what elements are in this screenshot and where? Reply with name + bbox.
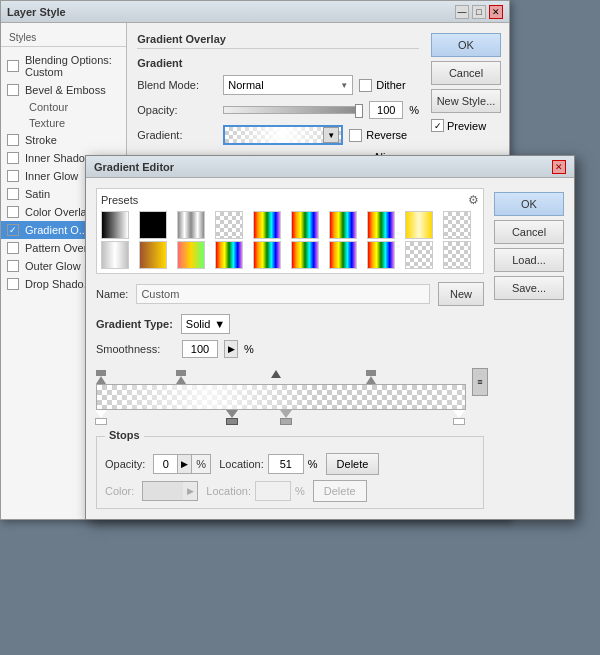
color-delete-button: Delete — [313, 480, 367, 502]
opacity-unit: % — [409, 104, 419, 116]
pattern-overlay-checkbox[interactable] — [7, 242, 19, 254]
preset-item[interactable] — [291, 241, 319, 269]
sidebar-item-contour[interactable]: Contour — [1, 99, 126, 115]
color-swatch-group: ▶ — [142, 481, 198, 501]
reverse-checkbox[interactable] — [349, 129, 362, 142]
new-style-button[interactable]: New Style... — [431, 89, 501, 113]
opacity-stop-row: Opacity: ▶ % Location: % Delete — [105, 453, 475, 475]
sidebar-item-texture[interactable]: Texture — [1, 115, 126, 131]
gradient-type-select[interactable]: Solid ▼ — [181, 314, 230, 334]
blend-mode-select[interactable]: Normal ▼ — [223, 75, 353, 95]
smoothness-stepper[interactable]: ▶ — [224, 340, 238, 358]
opacity-slider[interactable] — [223, 106, 363, 114]
bevel-checkbox[interactable] — [7, 84, 19, 96]
preset-item[interactable] — [139, 241, 167, 269]
gradient-editor-close-button[interactable]: ✕ — [552, 160, 566, 174]
preset-item[interactable] — [101, 241, 129, 269]
reverse-label: Reverse — [366, 129, 407, 141]
cancel-button[interactable]: Cancel — [431, 61, 501, 85]
preset-item[interactable] — [443, 211, 471, 239]
satin-checkbox[interactable] — [7, 188, 19, 200]
color-stop-3[interactable] — [280, 410, 292, 426]
preset-item[interactable] — [215, 211, 243, 239]
gradient-subsection: Gradient — [137, 57, 419, 69]
minimize-button[interactable]: — — [455, 5, 469, 19]
stroke-checkbox[interactable] — [7, 134, 19, 146]
new-gradient-button[interactable]: New — [438, 282, 484, 306]
opacity-stop-2[interactable] — [176, 370, 186, 384]
gradient-editor-load-button[interactable]: Load... — [494, 248, 564, 272]
preset-item[interactable] — [139, 211, 167, 239]
color-overlay-checkbox[interactable] — [7, 206, 19, 218]
color-swatch — [143, 482, 183, 500]
preset-item[interactable] — [177, 211, 205, 239]
outer-glow-checkbox[interactable] — [7, 260, 19, 272]
gradient-preview[interactable]: ▼ — [223, 125, 343, 145]
preset-item[interactable] — [443, 241, 471, 269]
color-stops — [96, 410, 484, 428]
sidebar-item-bevel-emboss[interactable]: Bevel & Emboss — [1, 81, 126, 99]
gradient-editor-right-buttons: OK Cancel Load... Save... — [494, 188, 564, 509]
blending-checkbox[interactable] — [7, 60, 19, 72]
preset-item[interactable] — [253, 241, 281, 269]
presets-label: Presets — [101, 194, 138, 206]
preset-item[interactable] — [291, 211, 319, 239]
presets-gear-icon[interactable]: ⚙ — [468, 193, 479, 207]
layer-style-title: Layer Style — [7, 6, 66, 18]
opacity-stop-input-group: ▶ % — [153, 454, 211, 474]
preset-item[interactable] — [177, 241, 205, 269]
gradient-editor-ok-button[interactable]: OK — [494, 192, 564, 216]
stop-opacity-label: Opacity: — [105, 458, 145, 470]
preset-item[interactable] — [367, 211, 395, 239]
opacity-thumb[interactable] — [355, 104, 363, 118]
maximize-button[interactable]: □ — [472, 5, 486, 19]
preset-item[interactable] — [405, 241, 433, 269]
preset-item[interactable] — [101, 211, 129, 239]
drop-shadow-checkbox[interactable] — [7, 278, 19, 290]
name-input[interactable] — [136, 284, 430, 304]
smoothness-input[interactable] — [182, 340, 218, 358]
inner-glow-checkbox[interactable] — [7, 170, 19, 182]
opacity-label: Opacity: — [137, 104, 217, 116]
opacity-input[interactable] — [369, 101, 403, 119]
opacity-stop-3[interactable] — [271, 370, 281, 384]
sidebar-label-inner-shadow: Inner Shadow — [25, 152, 93, 164]
gradient-editor-cancel-button[interactable]: Cancel — [494, 220, 564, 244]
sidebar-label-outer-glow: Outer Glow — [25, 260, 81, 272]
opacity-stop-value[interactable] — [154, 455, 178, 473]
dither-checkbox[interactable] — [359, 79, 372, 92]
preset-item[interactable] — [367, 241, 395, 269]
presets-grid — [101, 211, 479, 269]
sidebar-item-stroke[interactable]: Stroke — [1, 131, 126, 149]
gradient-editor-save-button[interactable]: Save... — [494, 276, 564, 300]
opacity-delete-button[interactable]: Delete — [326, 453, 380, 475]
opacity-location-value[interactable] — [268, 454, 304, 474]
color-location-group: Location: % — [206, 481, 304, 501]
gradient-label: Gradient: — [137, 129, 217, 141]
color-stop-1[interactable] — [95, 410, 107, 426]
sidebar-item-blending-options[interactable]: Blending Options: Custom — [1, 51, 126, 81]
color-stop-4[interactable] — [453, 410, 465, 426]
preview-checkbox[interactable]: ✓ — [431, 119, 444, 132]
close-button[interactable]: ✕ — [489, 5, 503, 19]
opacity-stop-1[interactable] — [96, 370, 106, 384]
gradient-overlay-checkbox[interactable]: ✓ — [7, 224, 19, 236]
ok-button[interactable]: OK — [431, 33, 501, 57]
gradient-editor-title: Gradient Editor — [94, 161, 174, 173]
sidebar-label-color-overlay: Color Overlay — [25, 206, 92, 218]
preset-item[interactable] — [329, 211, 357, 239]
section-title: Gradient Overlay — [137, 33, 419, 49]
gradient-bar[interactable] — [96, 384, 466, 410]
gradient-row: Gradient: ▼ Reverse — [137, 125, 419, 145]
gradient-bar-menu-icon[interactable]: ≡ — [472, 368, 488, 396]
opacity-stepper[interactable]: ▶ — [178, 455, 192, 473]
opacity-stop-4[interactable] — [366, 370, 376, 384]
color-stop-2[interactable] — [226, 410, 238, 426]
preset-item[interactable] — [253, 211, 281, 239]
right-buttons: OK Cancel New Style... ✓ Preview — [423, 23, 509, 142]
preset-item[interactable] — [405, 211, 433, 239]
preset-item[interactable] — [329, 241, 357, 269]
preset-item[interactable] — [215, 241, 243, 269]
gradient-dropdown-button[interactable]: ▼ — [323, 127, 339, 143]
inner-shadow-checkbox[interactable] — [7, 152, 19, 164]
